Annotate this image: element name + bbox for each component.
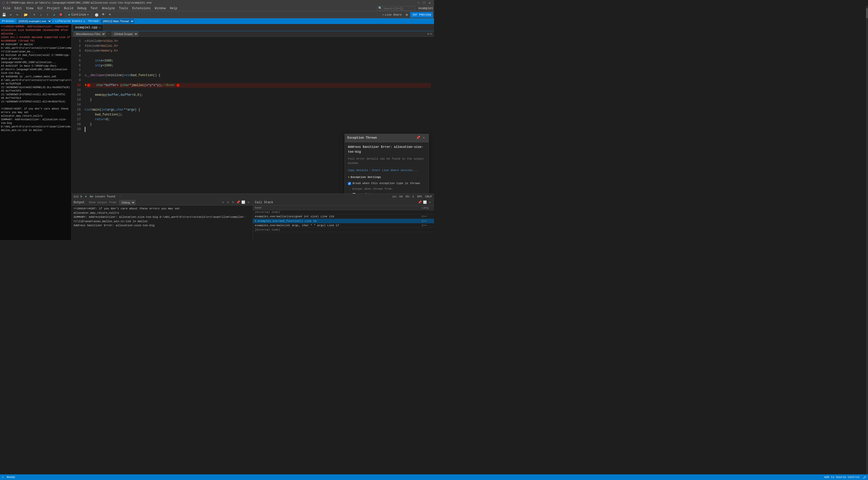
menu-analyze[interactable]: Analyze: [100, 6, 117, 11]
watch-btn[interactable]: 👁: [100, 12, 106, 18]
call-stack-lang-header: Lang: [422, 206, 432, 210]
editor-ctrl-btn[interactable]: ⊞: [428, 32, 429, 35]
menu-git[interactable]: Git: [35, 6, 45, 11]
restart-btn[interactable]: ↺: [51, 12, 57, 18]
call-stack-close-btn[interactable]: ✕: [428, 200, 432, 204]
code-text: *: [104, 83, 105, 88]
menu-build[interactable]: Build: [62, 6, 75, 11]
code-content[interactable]: ⊟ #include <stdio.h> #include <malloc.h>…: [82, 37, 434, 194]
call-stack-maximize-btn[interactable]: ⬜: [423, 200, 427, 204]
live-share-button[interactable]: ↗ Live Share: [381, 12, 403, 17]
collapse-8[interactable]: ⊟: [85, 73, 86, 77]
code-text: void: [124, 73, 131, 78]
call-stack-row-1[interactable]: example1.exe!malloc(unsigned int size) L…: [253, 215, 434, 219]
search-input[interactable]: [383, 7, 414, 10]
call-stack-column-headers: Name Lang: [253, 205, 434, 210]
collapse-15[interactable]: ⊟: [85, 108, 86, 112]
output-copy-btn[interactable]: ⎘: [231, 200, 235, 204]
exception-pin-button[interactable]: 📌: [416, 136, 421, 140]
thread-label: Thread:: [88, 20, 100, 23]
callstack-btn[interactable]: ≡: [107, 12, 113, 18]
explorer-bar-sep: ▸: [108, 32, 110, 36]
menu-help[interactable]: Help: [168, 6, 179, 11]
tab-close-button[interactable]: ✕: [99, 26, 101, 29]
zoom-level[interactable]: 111 %: [73, 195, 82, 198]
close-button[interactable]: ✕: [427, 1, 432, 5]
terminal-line: zones etc.) exceeds maximum supported si…: [1, 36, 70, 43]
menu-project[interactable]: Project: [45, 6, 62, 11]
break-when-thrown-checkbox[interactable]: [348, 182, 351, 185]
continue-button[interactable]: ▶ Continue ▾: [66, 12, 91, 18]
call-stack-row-4[interactable]: [External Code]: [253, 228, 434, 232]
minimize-button[interactable]: ─: [416, 1, 421, 5]
int-preview-button[interactable]: INT PREVIEW: [410, 12, 433, 18]
code-line-5: int x = 1000 ;: [85, 59, 431, 63]
menu-search-box[interactable]: 🔍: [377, 6, 415, 11]
code-text: *: [152, 83, 153, 88]
call-stack-row-0[interactable]: [External Code]: [253, 210, 434, 215]
editor-ctrl-btn2[interactable]: ⊟: [430, 32, 432, 35]
toolbar-open[interactable]: 📂: [23, 12, 29, 18]
toolbar-undo[interactable]: ↩: [8, 12, 14, 18]
output-clear-btn[interactable]: ⊘: [226, 200, 230, 204]
output-source-select[interactable]: Debug: [119, 200, 135, 205]
output-maximize-btn[interactable]: ⬜: [241, 200, 246, 204]
code-text: #include: [85, 44, 100, 49]
maximize-button[interactable]: □: [422, 1, 426, 5]
call-stack-row-3[interactable]: example1.exe!main(int argc, char * * arg…: [253, 223, 434, 228]
copy-details-link[interactable]: Copy Details: [348, 168, 368, 173]
menu-file[interactable]: File: [1, 6, 12, 11]
cursor-caret: [85, 127, 87, 132]
lifecycle-dropdown[interactable]: ▾: [83, 20, 85, 23]
call-stack-name-header: Name: [255, 206, 420, 210]
exception-settings-section[interactable]: ▾ Exception Settings: [348, 175, 426, 180]
call-stack-resize-handle[interactable]: [432, 199, 434, 240]
output-panel-title: Output: [73, 201, 85, 204]
code-line-15: ⊟ int main ( int argc , char ** argv ) {: [85, 107, 431, 113]
example-exe-checkbox[interactable]: [352, 193, 355, 194]
menu-view[interactable]: View: [24, 6, 35, 11]
output-panel: Output Show output from: Debug ≡ ⊘ ⎘ 📌 ⬜…: [71, 199, 253, 240]
code-line-16: bad_function ();: [85, 113, 431, 117]
code-text: //Boom!: [163, 83, 176, 88]
code-text: y: [101, 63, 102, 68]
bottom-panels: Output Show output from: Debug ≡ ⊘ ⎘ 📌 ⬜…: [71, 199, 434, 240]
menu-edit[interactable]: Edit: [12, 6, 24, 11]
code-text: char: [122, 83, 129, 88]
menu-test[interactable]: Test: [89, 6, 100, 11]
menu-window[interactable]: Window: [153, 6, 168, 11]
output-wrap-btn[interactable]: ≡: [221, 200, 225, 204]
title-bar-controls: ─ □ ✕: [416, 1, 432, 5]
menu-debug[interactable]: Debug: [75, 6, 88, 11]
menu-tools[interactable]: Tools: [117, 6, 130, 11]
toolbar-redo[interactable]: ↪: [14, 12, 21, 18]
breakpoints-btn[interactable]: ⬤: [93, 12, 100, 18]
start-live-share-link[interactable]: Start Live Share session...: [372, 168, 417, 173]
step-into-btn[interactable]: ↓: [38, 12, 44, 18]
thread-select[interactable]: [46012] Main Thread: [101, 19, 134, 24]
code-text: (noinline): [105, 73, 124, 78]
code-line-8: ⊟ __declspec (noinline) void bad_functio…: [85, 73, 431, 78]
exception-close-button[interactable]: ✕: [422, 136, 426, 140]
global-scope-select[interactable]: (Global Scope): [112, 32, 138, 36]
menu-extensions[interactable]: Extensions: [130, 6, 153, 11]
toolbar-save[interactable]: 💾: [1, 12, 7, 18]
output-pin-btn[interactable]: 📌: [236, 200, 240, 204]
call-stack-row-2[interactable]: ➤ example1.exe!bad_function() Line 10 C+…: [253, 219, 434, 223]
process-select[interactable]: [20916] example1.exe: [17, 19, 52, 24]
step-over-btn[interactable]: ↷: [31, 12, 37, 18]
settings-btn[interactable]: ⚙: [404, 12, 410, 18]
collapse-1[interactable]: ⊟: [85, 39, 86, 43]
output-close-btn[interactable]: ✕: [247, 200, 251, 204]
continue-dropdown-icon[interactable]: ▾: [87, 13, 89, 17]
call-stack-panel-header: Call Stack 📌 ⬜ ✕: [253, 199, 434, 205]
misc-files-select[interactable]: Miscellaneous Files: [73, 32, 106, 36]
terminal-line: #2 0xb211d7 in main C:\MSDN\cpp-docs-pr\…: [1, 64, 70, 75]
play-icon: ▶: [68, 13, 70, 17]
breakpoint-10[interactable]: [87, 84, 90, 87]
step-out-btn[interactable]: ↑: [44, 12, 51, 18]
call-stack-pin-btn[interactable]: 📌: [417, 200, 422, 204]
tab-example1-cpp[interactable]: example1.cpp ✕: [72, 24, 103, 31]
terminal-line: #5 0x774475f3 (C:\WINDOWS\SYSTEM32\ntdll…: [1, 89, 70, 97]
stop-btn[interactable]: ⏹: [58, 12, 64, 18]
